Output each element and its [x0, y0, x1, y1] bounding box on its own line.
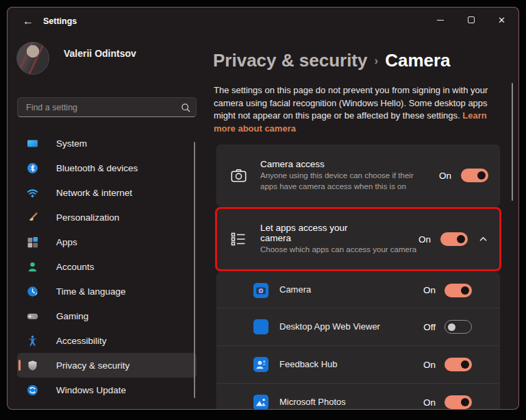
breadcrumb-separator-icon: › [367, 54, 385, 67]
minimize-icon [437, 20, 444, 21]
shield-icon [27, 360, 38, 371]
card-text: Let apps access your camera Choose which… [260, 223, 418, 256]
maximize-button[interactable] [455, 8, 486, 32]
accessibility-icon [27, 335, 38, 347]
sidebar-item-label: System [56, 138, 87, 149]
content-scrollbar[interactable] [512, 83, 513, 201]
app-list-icon [229, 231, 247, 247]
sidebar-item-label: Network & internet [56, 188, 132, 198]
sidebar-item-label: Apps [56, 237, 77, 247]
toggle-state-label: Off [423, 322, 436, 332]
apps-icon [27, 236, 38, 248]
sidebar-item-label: Personalization [56, 212, 119, 223]
row-controls: On [423, 358, 472, 371]
maximize-icon [468, 16, 475, 23]
titlebar: ← Settings ✕ [8, 8, 518, 34]
sidebar-item-windows-update[interactable]: Windows Update [17, 378, 197, 402]
sidebar-item-time-language[interactable]: Time & language [17, 279, 197, 304]
camera-access-toggle[interactable] [461, 169, 488, 182]
personalization-icon [27, 212, 38, 223]
app-name: Desktop App Web Viewer [279, 321, 382, 333]
feedback-hub-toggle[interactable] [444, 358, 472, 371]
search-box [17, 97, 197, 117]
settings-cards: Camera access Anyone using this device c… [216, 145, 500, 410]
app-name: Feedback Hub [279, 359, 382, 371]
toggle-state-label: On [423, 397, 436, 408]
desktop-app-web-viewer-icon [253, 319, 268, 334]
accounts-icon [27, 261, 38, 273]
windows-update-icon [27, 384, 38, 396]
app-row-camera: Camera On [217, 273, 499, 308]
sidebar-item-bluetooth-devices[interactable]: Bluetooth & devices [17, 156, 197, 180]
row-controls: On [423, 395, 472, 409]
user-name: Valerii Odintsov [64, 48, 136, 59]
app-name: Camera [279, 284, 382, 296]
sidebar-item-accounts[interactable]: Accounts [17, 254, 197, 279]
sidebar-item-label: Bluetooth & devices [56, 163, 138, 173]
window-title: Settings [43, 16, 77, 26]
time-language-icon [27, 286, 38, 297]
search-input[interactable] [18, 103, 175, 112]
sidebar-item-personalization[interactable]: Personalization [17, 205, 197, 230]
breadcrumb-current: Camera [385, 50, 450, 71]
back-button[interactable]: ← [17, 12, 39, 30]
gaming-icon [27, 310, 38, 322]
sidebar-scrollbar[interactable] [194, 142, 195, 398]
toggle-state-label: On [423, 285, 436, 295]
sidebar-item-system[interactable]: System [17, 131, 197, 156]
close-icon: ✕ [498, 16, 505, 25]
camera-access-card: Camera access Anyone using this device c… [216, 145, 500, 206]
sidebar-nav: System Bluetooth & devices Network & int… [17, 131, 197, 402]
toggle-state-label: On [418, 234, 431, 245]
settings-window: ← Settings ✕ Valerii Odintsov System Blu… [7, 7, 519, 410]
desktop-app-web-viewer-toggle[interactable] [444, 320, 472, 334]
let-apps-access-camera-card[interactable]: Let apps access your camera Choose which… [216, 208, 500, 270]
card-text: Camera access Anyone using this device c… [260, 159, 439, 192]
card-controls: On [418, 232, 488, 246]
page-description-text: The settings on this page do not prevent… [214, 85, 488, 121]
microsoft-photos-toggle[interactable] [444, 395, 472, 409]
sidebar-item-label: Accessibility [56, 336, 107, 346]
sidebar-item-label: Time & language [56, 286, 126, 297]
camera-app-icon [253, 283, 268, 298]
sidebar-item-label: Accounts [56, 262, 95, 272]
card-controls: On [439, 169, 488, 182]
card-title: Camera access [260, 159, 439, 169]
card-description: Anyone using this device can choose if t… [260, 171, 423, 192]
app-row-microsoft-photos: Microsoft Photos On [217, 383, 499, 410]
row-controls: On [423, 284, 472, 297]
toggle-state-label: On [423, 360, 436, 370]
app-permission-list: Camera On Desktop App Web Viewer Off [216, 272, 500, 410]
card-description: Choose which apps can access your camera [260, 245, 418, 256]
network-icon [27, 187, 38, 199]
sidebar-item-privacy-security[interactable]: Privacy & security [17, 353, 197, 378]
row-controls: Off [423, 320, 472, 334]
search-icon[interactable] [175, 103, 196, 112]
user-profile: Valerii Odintsov [16, 42, 136, 75]
minimize-button[interactable] [425, 8, 455, 32]
toggle-state-label: On [439, 171, 451, 181]
page-title: Privacy & security›Camera [213, 50, 451, 71]
sidebar-item-label: Windows Update [56, 385, 126, 395]
window-controls: ✕ [425, 8, 517, 32]
microsoft-photos-icon [253, 395, 268, 410]
sidebar-item-apps[interactable]: Apps [17, 230, 197, 254]
bluetooth-icon [27, 162, 38, 174]
app-row-feedback-hub: Feedback Hub On [217, 345, 499, 383]
sidebar-item-label: Gaming [56, 311, 88, 321]
camera-outline-icon [229, 167, 247, 184]
sidebar-item-network-internet[interactable]: Network & internet [17, 180, 197, 205]
card-title: Let apps access your camera [260, 223, 370, 243]
avatar [16, 42, 49, 75]
sidebar-item-accessibility[interactable]: Accessibility [17, 328, 197, 353]
sidebar-item-gaming[interactable]: Gaming [17, 304, 197, 328]
let-apps-access-camera-toggle[interactable] [440, 232, 468, 246]
breadcrumb-parent[interactable]: Privacy & security [213, 50, 367, 71]
camera-app-toggle[interactable] [444, 284, 472, 297]
system-icon [27, 138, 38, 149]
collapse-chevron-up-icon[interactable] [477, 236, 488, 243]
app-row-desktop-app-web-viewer: Desktop App Web Viewer Off [217, 308, 499, 345]
close-button[interactable]: ✕ [486, 8, 517, 32]
feedback-hub-icon [253, 357, 268, 372]
app-name: Microsoft Photos [279, 397, 382, 408]
